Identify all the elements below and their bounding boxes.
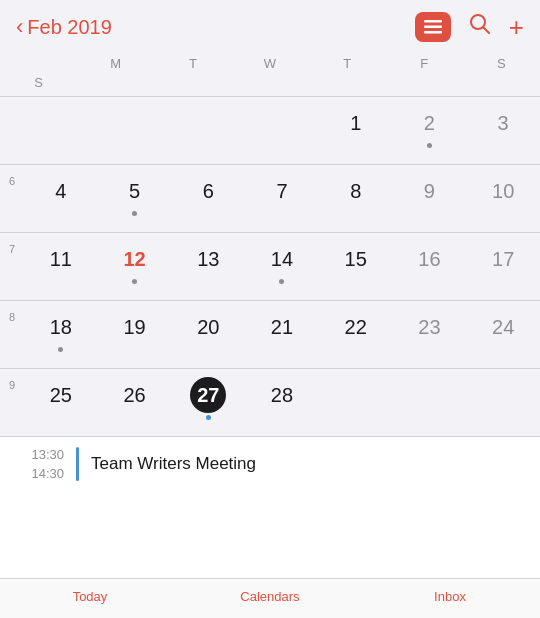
event-item[interactable]: 13:30 14:30 Team Writers Meeting <box>0 437 540 491</box>
day-header-tue: T <box>154 54 231 73</box>
day-header-row: M T W T F S S <box>0 50 540 97</box>
day-cell-7[interactable]: 7 <box>245 169 319 213</box>
day-number: 25 <box>43 377 79 413</box>
day-number: 16 <box>411 241 447 277</box>
event-dot <box>132 211 137 216</box>
day-cell-empty <box>245 101 319 109</box>
event-details: Team Writers Meeting <box>91 447 256 481</box>
day-number: 22 <box>338 309 374 345</box>
day-cell-empty <box>319 373 393 381</box>
day-number: 28 <box>264 377 300 413</box>
day-cell-14[interactable]: 14 <box>245 237 319 288</box>
day-cell-21[interactable]: 21 <box>245 305 319 349</box>
day-cell-10[interactable]: 10 <box>466 169 540 213</box>
event-start-time: 13:30 <box>31 447 64 462</box>
day-cell-empty <box>98 101 172 109</box>
day-number: 2 <box>411 105 447 141</box>
day-cell-16[interactable]: 16 <box>393 237 467 281</box>
event-dot <box>206 415 211 420</box>
day-cell-27[interactable]: 27 <box>171 373 245 424</box>
day-cell-13[interactable]: 13 <box>171 237 245 281</box>
calendar-weeks: 1 2 3 6 4 5 6 7 <box>0 97 540 437</box>
week-row-1: 1 2 3 <box>0 97 540 165</box>
day-header-thu: T <box>309 54 386 73</box>
search-icon <box>469 13 491 35</box>
svg-rect-0 <box>424 20 442 23</box>
day-cell-11[interactable]: 11 <box>24 237 98 281</box>
tab-bar: Today Calendars Inbox <box>0 578 540 618</box>
day-cell-3[interactable]: 3 <box>466 101 540 145</box>
day-number: 20 <box>190 309 226 345</box>
week-num-1 <box>0 101 24 107</box>
tab-inbox-label: Inbox <box>434 589 466 604</box>
week-num-4: 8 <box>0 305 24 323</box>
day-cell-28[interactable]: 28 <box>245 373 319 417</box>
day-cell-empty <box>393 373 467 381</box>
back-button[interactable]: ‹ Feb 2019 <box>16 14 415 40</box>
day-cell-24[interactable]: 24 <box>466 305 540 349</box>
day-number: 17 <box>485 241 521 277</box>
day-number: 24 <box>485 309 521 345</box>
day-number: 23 <box>411 309 447 345</box>
day-number: 14 <box>264 241 300 277</box>
day-number: 8 <box>338 173 374 209</box>
day-number: 6 <box>190 173 226 209</box>
week-num-5: 9 <box>0 373 24 391</box>
day-header-sat: S <box>463 54 540 73</box>
day-number: 18 <box>43 309 79 345</box>
day-header-fri: F <box>386 54 463 73</box>
header-actions: + <box>415 12 524 42</box>
svg-line-4 <box>483 28 489 34</box>
event-title: Team Writers Meeting <box>91 454 256 474</box>
svg-rect-1 <box>424 26 442 29</box>
day-number: 1 <box>338 105 374 141</box>
day-cell-15[interactable]: 15 <box>319 237 393 281</box>
events-section: 13:30 14:30 Team Writers Meeting <box>0 437 540 578</box>
day-cell-17[interactable]: 17 <box>466 237 540 281</box>
day-cell-12[interactable]: 12 <box>98 237 172 288</box>
tab-calendars-label: Calendars <box>240 589 299 604</box>
day-number: 10 <box>485 173 521 209</box>
day-cell-9[interactable]: 9 <box>393 169 467 213</box>
svg-rect-2 <box>424 31 442 34</box>
day-cell-25[interactable]: 25 <box>24 373 98 417</box>
event-color-bar <box>76 447 79 481</box>
day-cell-6[interactable]: 6 <box>171 169 245 213</box>
day-cell-2[interactable]: 2 <box>393 101 467 152</box>
day-cell-5[interactable]: 5 <box>98 169 172 220</box>
day-header-wed: W <box>231 54 308 73</box>
day-cell-4[interactable]: 4 <box>24 169 98 213</box>
day-cell-22[interactable]: 22 <box>319 305 393 349</box>
day-cell-8[interactable]: 8 <box>319 169 393 213</box>
day-cell-empty <box>171 101 245 109</box>
day-number: 12 <box>117 241 153 277</box>
event-dot <box>279 279 284 284</box>
event-end-time: 14:30 <box>31 466 64 481</box>
tab-calendars[interactable]: Calendars <box>230 589 310 604</box>
day-cell-19[interactable]: 19 <box>98 305 172 349</box>
day-cell-20[interactable]: 20 <box>171 305 245 349</box>
event-dot <box>427 143 432 148</box>
search-button[interactable] <box>469 13 491 41</box>
day-cell-empty <box>466 373 540 381</box>
tab-today[interactable]: Today <box>50 589 130 604</box>
list-view-button[interactable] <box>415 12 451 42</box>
day-header-mon: M <box>77 54 154 73</box>
day-cell-26[interactable]: 26 <box>98 373 172 417</box>
week-row-5: 9 25 26 27 28 <box>0 369 540 437</box>
day-cell-1[interactable]: 1 <box>319 101 393 145</box>
day-cell-23[interactable]: 23 <box>393 305 467 349</box>
tab-inbox[interactable]: Inbox <box>410 589 490 604</box>
add-event-button[interactable]: + <box>509 14 524 40</box>
calendar-grid: M T W T F S S 1 2 3 6 <box>0 50 540 437</box>
list-icon <box>424 20 442 34</box>
day-cell-18[interactable]: 18 <box>24 305 98 356</box>
event-dot <box>132 279 137 284</box>
day-number-today: 27 <box>190 377 226 413</box>
calendar-header: ‹ Feb 2019 + <box>0 0 540 50</box>
day-number: 9 <box>411 173 447 209</box>
week-num-3: 7 <box>0 237 24 255</box>
month-year-title: Feb 2019 <box>27 16 112 39</box>
day-header-sun: S <box>0 73 77 92</box>
week-row-4: 8 18 19 20 21 22 23 24 <box>0 301 540 369</box>
